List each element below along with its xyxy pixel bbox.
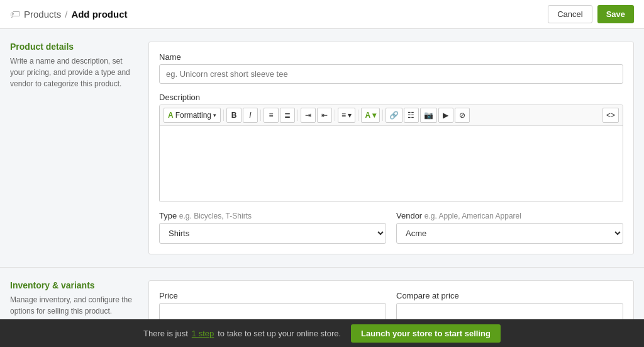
editor-toolbar: A Formatting ▾ B I ≡ ≣ ⇥ ⇤ ≡ ▾: [160, 105, 623, 126]
inventory-section: Inventory & variants Manage inventory, a…: [0, 268, 644, 321]
cancel-button[interactable]: Cancel: [548, 5, 592, 23]
outdent-button[interactable]: ⇤: [317, 108, 332, 123]
price-label: Price: [159, 291, 386, 300]
product-details-sidebar: Product details Write a name and descrip…: [10, 42, 148, 254]
price-input[interactable]: [159, 303, 386, 321]
vendor-label: Vendor e.g. Apple, American Apparel: [396, 211, 623, 220]
source-button[interactable]: <>: [602, 108, 619, 123]
indent-button[interactable]: ⇥: [301, 108, 316, 123]
vendor-field-group: Vendor e.g. Apple, American Apparel Acme: [396, 211, 623, 244]
name-input[interactable]: [159, 64, 623, 84]
list-ul-button[interactable]: ≡: [264, 108, 279, 123]
editor-body[interactable]: [160, 126, 623, 202]
italic-button[interactable]: I: [243, 108, 258, 123]
formatting-chevron: ▾: [213, 112, 216, 118]
toolbar-sep-1: [223, 110, 224, 121]
video-button[interactable]: ▶: [438, 108, 453, 123]
inventory-description: Manage inventory, and configure the opti…: [10, 294, 136, 317]
toolbar-sep-3: [297, 110, 298, 121]
list-ol-button[interactable]: ≣: [280, 108, 295, 123]
product-details-section: Product details Write a name and descrip…: [0, 29, 644, 268]
price-row: Price Compare at price: [159, 291, 623, 321]
toolbar-sep-2: [260, 110, 261, 121]
formatting-button[interactable]: A Formatting ▾: [164, 108, 221, 123]
inventory-sidebar: Inventory & variants Manage inventory, a…: [10, 280, 148, 321]
inventory-body: Price Compare at price SKU (Stock Keepin…: [148, 280, 634, 321]
description-editor: A Formatting ▾ B I ≡ ≣ ⇥ ⇤ ≡ ▾: [159, 105, 623, 202]
main-content: Product details Write a name and descrip…: [0, 29, 644, 321]
price-field-group: Price: [159, 291, 386, 321]
type-select[interactable]: Shirts: [159, 223, 386, 244]
compare-at-price-input[interactable]: [396, 303, 623, 321]
breadcrumb-separator: /: [65, 9, 67, 20]
products-link[interactable]: Products: [24, 9, 61, 20]
inventory-title: Inventory & variants: [10, 280, 136, 290]
clear-button[interactable]: ⊘: [455, 108, 470, 123]
type-hint: e.g. Bicycles, T-Shirts: [179, 212, 252, 220]
image-button[interactable]: 📷: [420, 108, 437, 123]
bold-button[interactable]: B: [226, 108, 242, 123]
table-button[interactable]: ☷: [404, 108, 419, 123]
product-details-description: Write a name and description, set your p…: [10, 55, 136, 89]
breadcrumb: 🏷 Products / Add product: [10, 9, 128, 20]
top-actions: Cancel Save: [548, 5, 634, 23]
top-bar: 🏷 Products / Add product Cancel Save: [0, 0, 644, 29]
tag-icon: 🏷: [10, 9, 20, 20]
vendor-select[interactable]: Acme: [396, 223, 623, 244]
align-button[interactable]: ≡ ▾: [338, 108, 355, 123]
product-details-body: Name Description A Formatting ▾ B I ≡ ≣: [148, 42, 634, 254]
name-label: Name: [159, 52, 623, 62]
toolbar-sep-4: [335, 110, 335, 121]
save-button[interactable]: Save: [597, 5, 634, 23]
page-title: Add product: [71, 9, 127, 20]
type-field-group: Type e.g. Bicycles, T-Shirts Shirts: [159, 211, 386, 244]
product-details-title: Product details: [10, 42, 136, 52]
toolbar-sep-5: [358, 110, 358, 121]
formatting-a: A: [168, 111, 174, 120]
type-vendor-row: Type e.g. Bicycles, T-Shirts Shirts Vend…: [159, 211, 623, 244]
compare-at-price-field-group: Compare at price: [396, 291, 623, 321]
formatting-label: Formatting: [175, 111, 211, 120]
color-button[interactable]: A ▾: [361, 108, 380, 123]
notification-bar: There is just 1 step to take to set up y…: [0, 319, 644, 321]
description-label: Description: [159, 93, 623, 102]
compare-at-price-label: Compare at price: [396, 291, 623, 300]
link-button[interactable]: 🔗: [386, 108, 402, 123]
vendor-hint: e.g. Apple, American Apparel: [425, 212, 521, 220]
type-label: Type e.g. Bicycles, T-Shirts: [159, 211, 386, 220]
toolbar-sep-6: [382, 110, 383, 121]
